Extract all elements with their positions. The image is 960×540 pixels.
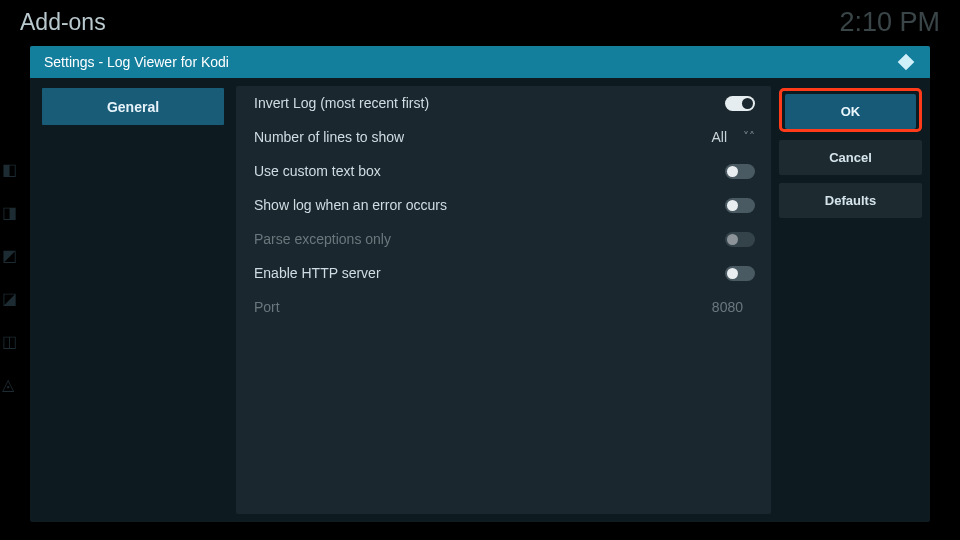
setting-value: All — [711, 129, 739, 145]
setting-label: Number of lines to show — [254, 129, 711, 145]
rail-icon: ◨ — [2, 203, 22, 223]
category-sidebar: General — [38, 86, 228, 514]
background-clock: 2:10 PM — [839, 7, 940, 38]
setting-invert-log[interactable]: Invert Log (most recent first) — [236, 86, 771, 120]
dialog-actions: OK Cancel Defaults — [779, 86, 924, 514]
background-header: Add-ons 2:10 PM — [0, 0, 960, 40]
dialog-titlebar: Settings - Log Viewer for Kodi — [30, 46, 930, 78]
rail-icon: ◪ — [2, 289, 22, 309]
setting-num-lines[interactable]: Number of lines to show All ˅ ˄ — [236, 120, 771, 154]
ok-button[interactable]: OK — [785, 94, 916, 129]
setting-label: Show log when an error occurs — [254, 197, 725, 213]
background-title: Add-ons — [20, 9, 106, 36]
setting-custom-textbox[interactable]: Use custom text box — [236, 154, 771, 188]
sidebar-item-general[interactable]: General — [42, 88, 224, 125]
chevron-up-icon[interactable]: ˄ — [749, 133, 755, 141]
spinner-control[interactable]: ˅ ˄ — [743, 133, 755, 141]
button-label: OK — [841, 104, 861, 119]
setting-label: Use custom text box — [254, 163, 725, 179]
setting-label: Enable HTTP server — [254, 265, 725, 281]
rail-icon: ◧ — [2, 160, 22, 180]
ok-highlight-box: OK — [779, 88, 922, 132]
rail-icon: ◫ — [2, 332, 22, 352]
cancel-button[interactable]: Cancel — [779, 140, 922, 175]
sidebar-item-label: General — [107, 99, 159, 115]
setting-parse-exceptions: Parse exceptions only — [236, 222, 771, 256]
setting-show-on-error[interactable]: Show log when an error occurs — [236, 188, 771, 222]
setting-label: Parse exceptions only — [254, 231, 725, 247]
settings-panel: Invert Log (most recent first) Number of… — [236, 86, 771, 514]
setting-label: Port — [254, 299, 712, 315]
dialog-title: Settings - Log Viewer for Kodi — [44, 54, 229, 70]
toggle-off-icon — [725, 232, 755, 247]
button-label: Defaults — [825, 193, 876, 208]
setting-http-server[interactable]: Enable HTTP server — [236, 256, 771, 290]
toggle-off-icon[interactable] — [725, 164, 755, 179]
setting-value: 8080 — [712, 299, 755, 315]
toggle-off-icon[interactable] — [725, 198, 755, 213]
toggle-on-icon[interactable] — [725, 96, 755, 111]
rail-icon: ◩ — [2, 246, 22, 266]
rail-icon: ◬ — [2, 375, 22, 395]
defaults-button[interactable]: Defaults — [779, 183, 922, 218]
dialog-body: General Invert Log (most recent first) N… — [30, 78, 930, 522]
setting-label: Invert Log (most recent first) — [254, 95, 725, 111]
kodi-logo-icon — [896, 52, 916, 72]
setting-port: Port 8080 — [236, 290, 771, 324]
settings-dialog: Settings - Log Viewer for Kodi General I… — [30, 46, 930, 522]
background-left-rail: ◧ ◨ ◩ ◪ ◫ ◬ — [0, 160, 22, 395]
toggle-off-icon[interactable] — [725, 266, 755, 281]
button-label: Cancel — [829, 150, 872, 165]
